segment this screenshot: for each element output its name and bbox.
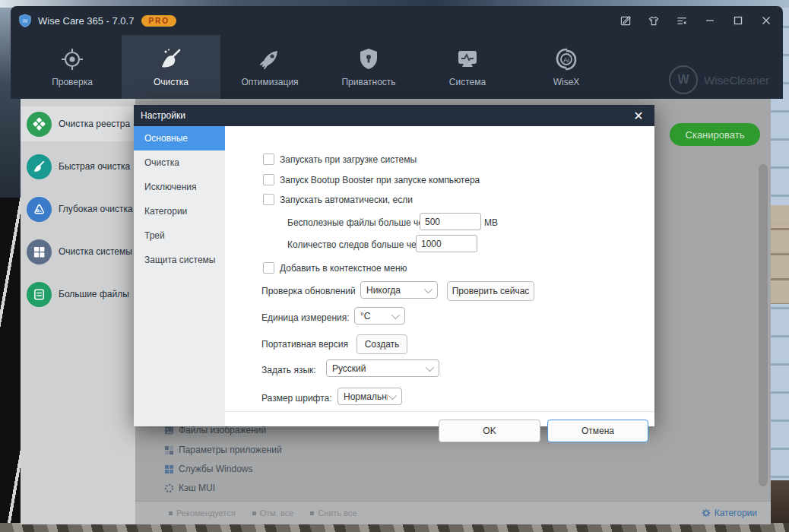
list-item-label: Файлы изображений xyxy=(179,425,266,435)
auto-run-checkbox-row[interactable]: Запускать автоматически, если xyxy=(263,194,413,205)
broom-icon xyxy=(158,46,184,72)
check-all-link[interactable]: Отм. все xyxy=(252,508,294,518)
dialog-tab-cleanup[interactable]: Очистка xyxy=(134,150,225,175)
bootup-checkbox-label: Запуск Bootup Booster при запуске компью… xyxy=(280,175,480,185)
dialog-tabs: Основные Очистка Исключения Категории Тр… xyxy=(134,126,225,426)
nav-tab-label: Проверка xyxy=(52,77,93,87)
checkbox-icon[interactable] xyxy=(263,194,274,205)
monitor-pulse-icon xyxy=(455,46,480,72)
app-shield-logo-icon: W xyxy=(18,14,32,27)
windows-services-icon xyxy=(164,464,174,474)
sidebar-item-big-files[interactable]: Большие файлы xyxy=(21,277,135,312)
maximize-icon[interactable] xyxy=(732,14,744,27)
uncheck-all-label: Снять все xyxy=(318,508,356,518)
chevron-down-icon xyxy=(424,285,433,293)
unit-value: °C xyxy=(360,311,370,321)
shield-keyhole-icon xyxy=(356,46,382,72)
sidebar-item-label: Быстрая очистка xyxy=(59,161,130,172)
useless-files-input[interactable] xyxy=(420,213,481,230)
recommend-link[interactable]: Рекомендуется xyxy=(169,508,236,518)
nav-tab-tuneup[interactable]: Оптимизация xyxy=(220,35,319,99)
sidebar-item-advanced-cleaner[interactable]: Глубокая очистка xyxy=(21,192,135,226)
checkbox-icon[interactable] xyxy=(263,174,274,185)
app-settings-icon xyxy=(164,445,174,455)
context-menu-checkbox-row[interactable]: Добавить в контекстное меню xyxy=(263,262,407,274)
nav-tab-privacy[interactable]: Приватность xyxy=(319,35,418,99)
list-item[interactable]: Службы Windows xyxy=(164,463,252,475)
sidebar-item-label: Глубокая очистка xyxy=(59,204,133,214)
unit-select[interactable]: °C xyxy=(354,307,405,325)
nav-tab-label: Очистка xyxy=(154,77,189,87)
sidebar: Очистка реестра Быстрая очистка Глубокая… xyxy=(21,99,135,524)
theme-skin-icon[interactable] xyxy=(648,14,660,27)
chevron-down-icon xyxy=(388,391,397,400)
wisecleaner-brand-text: WiseCleaner xyxy=(704,74,769,87)
sidebar-item-registry-cleaner[interactable]: Очистка реестра xyxy=(21,106,135,141)
traces-label: Количество следов больше чем xyxy=(287,239,423,250)
sidebar-item-system-slimming[interactable]: Очистка системы xyxy=(21,234,135,269)
create-portable-button[interactable]: Создать xyxy=(356,334,407,354)
list-item-label: Параметры приложений xyxy=(179,445,282,455)
auto-run-checkbox-label: Запускать автоматически, если xyxy=(280,195,413,205)
pro-badge: PRO xyxy=(141,15,176,27)
dialog-close-icon[interactable]: ✕ xyxy=(630,107,647,124)
list-item[interactable]: Параметры приложений xyxy=(164,444,282,456)
ai-swirl-icon: Ai xyxy=(553,46,579,72)
svg-text:W: W xyxy=(23,17,28,24)
nav-tab-wisex[interactable]: Ai WiseX xyxy=(517,35,616,99)
categories-label: Категории xyxy=(715,508,757,518)
settings-dialog: Настройки ✕ Основные Очистка Исключения … xyxy=(134,105,654,426)
scan-button[interactable]: Сканировать xyxy=(670,123,760,146)
gear-icon xyxy=(702,508,711,518)
dialog-tab-categories[interactable]: Категории xyxy=(134,199,225,223)
main-nav: Проверка Очистка Оптимизация Приватнос xyxy=(23,35,616,99)
cancel-button[interactable]: Отмена xyxy=(547,420,648,442)
image-files-icon xyxy=(164,426,174,435)
nav-tab-system[interactable]: Система xyxy=(418,35,517,99)
sidebar-item-label: Большие файлы xyxy=(59,289,129,299)
register-edit-icon[interactable] xyxy=(619,14,632,27)
traces-input[interactable] xyxy=(416,235,477,252)
fontsize-label: Размер шрифта: xyxy=(261,393,332,404)
dialog-tab-exclusions[interactable]: Исключения xyxy=(134,175,225,199)
check-now-button[interactable]: Проверить сейчас xyxy=(447,281,534,301)
minimize-icon[interactable] xyxy=(704,14,716,27)
system-slimming-icon xyxy=(27,239,52,264)
list-item[interactable]: Кэш MUI xyxy=(164,482,215,494)
dialog-tab-tray[interactable]: Трей xyxy=(134,223,225,248)
bootup-booster-checkbox-row[interactable]: Запуск Bootup Booster при запуске компью… xyxy=(263,174,480,185)
list-item-label: Кэш MUI xyxy=(179,483,215,493)
language-select[interactable]: Русский xyxy=(326,359,439,377)
fontsize-value: Нормальны xyxy=(344,391,388,402)
checkbox-icon[interactable] xyxy=(263,154,274,165)
dialog-divider xyxy=(225,411,654,412)
update-check-label: Проверка обновлений xyxy=(261,286,356,296)
categories-link[interactable]: Категории xyxy=(702,508,757,518)
update-check-value: Никогда xyxy=(366,285,401,296)
fontsize-select[interactable]: Нормальны xyxy=(337,388,402,405)
unit-label: Единица измерения: xyxy=(261,312,350,323)
bullet-icon xyxy=(169,511,173,515)
window-title: Wise Care 365 - 7.0.7 xyxy=(38,15,134,27)
desktop-background-left-photo xyxy=(0,198,21,532)
dialog-tab-system-guard[interactable]: Защита системы xyxy=(134,248,225,272)
checkbox-icon[interactable] xyxy=(263,262,274,274)
scrollbar-thumb[interactable] xyxy=(759,164,768,486)
nav-tab-checkup[interactable]: Проверка xyxy=(23,35,122,99)
startup-checkbox-row[interactable]: Запускать при загрузке системы xyxy=(263,154,417,165)
nav-tab-label: Система xyxy=(449,77,486,87)
useless-files-unit: MB xyxy=(484,217,498,228)
startup-checkbox-label: Запускать при загрузке системы xyxy=(280,154,417,165)
sidebar-item-label: Очистка реестра xyxy=(59,119,130,129)
update-check-select[interactable]: Никогда xyxy=(360,281,438,299)
uncheck-all-link[interactable]: Снять все xyxy=(310,508,356,518)
ok-button[interactable]: OK xyxy=(439,420,540,442)
dialog-tab-general[interactable]: Основные xyxy=(134,126,225,150)
nav-tab-cleanup[interactable]: Очистка xyxy=(122,35,220,99)
menu-list-icon[interactable] xyxy=(676,14,688,27)
bullet-icon xyxy=(310,511,314,515)
bullet-icon xyxy=(252,511,256,515)
dialog-title: Настройки xyxy=(141,110,185,121)
close-icon[interactable] xyxy=(760,14,772,27)
sidebar-item-common-cleaner[interactable]: Быстрая очистка xyxy=(21,149,135,184)
